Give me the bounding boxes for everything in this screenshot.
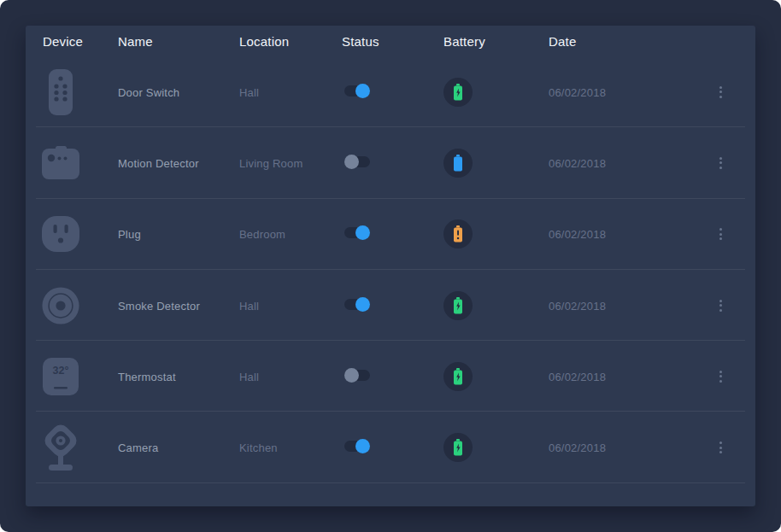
app-window: Device Name Location Status Battery Date…	[0, 0, 781, 532]
table-row: Smoke Detector Hall 06/02/2018	[26, 270, 755, 341]
col-header-location: Location	[239, 34, 342, 49]
table-body: Door Switch Hall 06/02/2018 Motion Detec…	[26, 56, 755, 483]
table-row: Motion Detector Living Room 06/02/2018	[26, 127, 755, 198]
thermostat-icon: 32°	[39, 357, 82, 396]
smoke-detector-icon	[39, 286, 82, 325]
battery-full-icon	[443, 149, 473, 178]
device-table-card: Device Name Location Status Battery Date…	[26, 26, 755, 506]
more-options-button[interactable]	[716, 367, 725, 386]
device-name: Plug	[118, 228, 141, 241]
col-header-battery: Battery	[443, 34, 549, 49]
more-options-button[interactable]	[716, 225, 725, 243]
device-location: Living Room	[239, 157, 302, 170]
toggle-knob	[344, 368, 359, 383]
col-header-name: Name	[118, 34, 239, 49]
more-options-button[interactable]	[716, 296, 725, 315]
camera-icon	[39, 423, 82, 472]
more-options-button[interactable]	[716, 154, 725, 172]
status-toggle[interactable]	[344, 441, 370, 452]
toggle-knob	[355, 297, 370, 312]
device-date: 06/02/2018	[549, 371, 606, 383]
remote-control-icon	[39, 68, 82, 116]
table-row: Plug Bedroom 06/02/2018	[26, 199, 755, 270]
toggle-knob	[355, 439, 370, 453]
status-toggle[interactable]	[344, 299, 370, 310]
device-date: 06/02/2018	[549, 86, 606, 99]
status-toggle[interactable]	[344, 85, 370, 96]
device-date: 06/02/2018	[549, 441, 606, 454]
battery-charging-icon	[443, 291, 473, 320]
more-options-button[interactable]	[716, 438, 725, 457]
battery-low-icon	[443, 219, 473, 248]
more-options-button[interactable]	[716, 83, 725, 102]
table-row: 32° Thermostat Hall 06/02/2018	[26, 341, 755, 412]
table-row: Door Switch Hall 06/02/2018	[26, 56, 755, 127]
battery-charging-icon	[443, 78, 473, 107]
device-location: Hall	[239, 300, 259, 313]
table-row: Camera Kitchen 06/02/2018	[26, 412, 755, 482]
device-location: Bedroom	[239, 228, 285, 241]
status-toggle[interactable]	[344, 156, 370, 167]
toggle-knob	[355, 84, 370, 98]
col-header-device: Device	[26, 34, 118, 49]
device-location: Hall	[239, 371, 259, 383]
device-date: 06/02/2018	[549, 157, 606, 170]
device-name: Smoke Detector	[118, 300, 200, 313]
device-name: Thermostat	[118, 371, 176, 383]
device-name: Motion Detector	[118, 157, 199, 170]
battery-charging-icon	[443, 362, 473, 391]
device-location: Hall	[239, 86, 259, 99]
col-header-date: Date	[549, 34, 685, 49]
battery-charging-icon	[443, 433, 473, 462]
table-header: Device Name Location Status Battery Date	[26, 26, 755, 56]
device-name: Door Switch	[118, 86, 179, 99]
power-outlet-icon	[39, 215, 82, 253]
status-toggle[interactable]	[344, 370, 370, 381]
device-location: Kitchen	[239, 441, 278, 454]
toggle-knob	[344, 155, 359, 169]
device-name: Camera	[118, 441, 158, 454]
col-header-status: Status	[342, 34, 443, 49]
device-date: 06/02/2018	[549, 228, 606, 241]
toggle-knob	[355, 225, 370, 240]
svg-text:32°: 32°	[53, 365, 69, 377]
motion-detector-icon	[39, 146, 82, 180]
device-date: 06/02/2018	[549, 300, 606, 313]
status-toggle[interactable]	[344, 227, 370, 238]
